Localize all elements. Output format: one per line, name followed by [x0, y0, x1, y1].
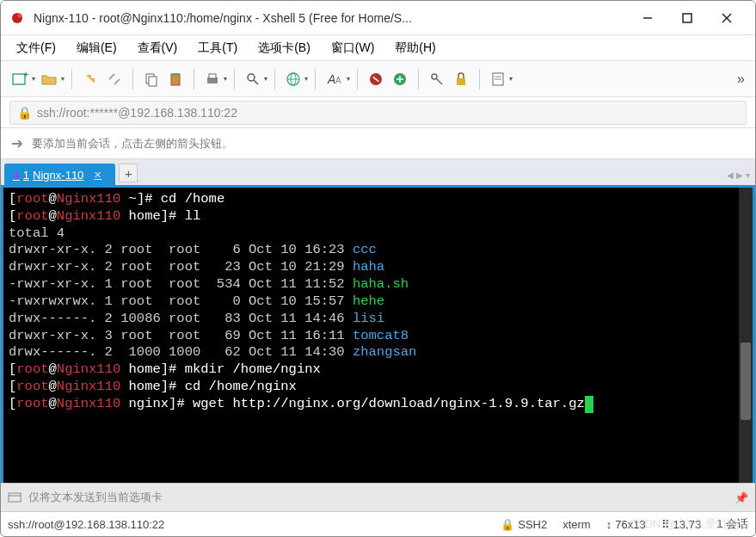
svg-rect-9 — [149, 77, 157, 86]
ssh-lock-icon: 🔒 — [501, 518, 514, 531]
svg-text:+: + — [23, 71, 28, 79]
tab-index: 1 — [23, 169, 29, 182]
open-session-icon[interactable] — [37, 67, 61, 91]
menu-edit[interactable]: 编辑(E) — [68, 37, 126, 59]
key-icon[interactable] — [426, 68, 448, 90]
svg-text:A: A — [327, 72, 335, 86]
svg-rect-25 — [457, 78, 465, 85]
tab-close-icon[interactable]: ✕ — [92, 170, 103, 181]
status-ssh: 🔒SSH2 — [501, 518, 547, 531]
status-bar: ssh://root@192.168.138.110:22 🔒SSH2 xter… — [1, 512, 755, 536]
send-target-icon[interactable] — [8, 491, 22, 504]
send-placeholder[interactable]: 仅将文本发送到当前选项卡 — [28, 490, 728, 505]
terminal-view[interactable]: [root@Nginx110 ~]# cd /home[root@Nginx11… — [1, 185, 755, 483]
svg-rect-29 — [9, 493, 21, 502]
lock-small-icon: 🔒 — [17, 106, 32, 120]
tab-list-icon[interactable]: ▾ — [746, 170, 750, 180]
address-bar: 🔒 ssh://root:******@192.168.138.110:22 — [1, 97, 755, 128]
cursor-pos-icon: ⠿ — [661, 518, 670, 531]
svg-text:A: A — [335, 76, 341, 85]
hint-bar: 要添加当前会话，点击左侧的箭头按钮。 — [1, 128, 755, 159]
menu-tools[interactable]: 工具(T) — [189, 37, 246, 59]
menu-help[interactable]: 帮助(H) — [386, 37, 444, 59]
menubar: 文件(F) 编辑(E) 查看(V) 工具(T) 选项卡(B) 窗口(W) 帮助(… — [1, 35, 755, 61]
xftp-icon[interactable] — [389, 68, 411, 90]
disconnect-icon[interactable] — [103, 68, 126, 90]
svg-point-14 — [248, 74, 255, 81]
properties-icon[interactable] — [487, 68, 509, 90]
toolbar: +▾ ▾ ▾ ▾ ▾ AA▾ ▾ » — [1, 61, 755, 97]
tab-dot-icon: ● — [13, 169, 20, 182]
titlebar: Nignx-110 - root@Nginx110:/home/nginx - … — [1, 1, 755, 35]
menu-view[interactable]: 查看(V) — [129, 37, 187, 59]
tab-nav-controls: ◀ ▶ ▾ — [727, 170, 750, 180]
address-text: ssh://root:******@192.168.138.110:22 — [37, 106, 237, 120]
tab-prev-icon[interactable]: ◀ — [727, 170, 734, 180]
menu-file[interactable]: 文件(F) — [8, 37, 65, 59]
tab-strip: ● 1 Nignx-110 ✕ + ◀ ▶ ▾ — [1, 159, 755, 185]
globe-icon[interactable] — [282, 68, 304, 90]
svg-rect-11 — [173, 73, 178, 76]
tab-label: Nignx-110 — [33, 169, 83, 182]
maximize-button[interactable] — [667, 4, 707, 32]
add-tab-button[interactable]: + — [119, 164, 138, 182]
svg-rect-13 — [209, 74, 216, 78]
menu-tabs[interactable]: 选项卡(B) — [249, 37, 319, 59]
app-logo-icon — [9, 10, 25, 26]
print-icon[interactable] — [201, 68, 224, 90]
status-size: ↕76x13 — [606, 518, 646, 531]
svg-point-1 — [18, 13, 22, 17]
status-pos: ⠿13,73 — [661, 518, 702, 531]
hint-text: 要添加当前会话，点击左侧的箭头按钮。 — [32, 136, 233, 151]
status-sessions: 1 会话 — [716, 516, 748, 532]
overflow-icon[interactable]: » — [734, 68, 748, 90]
copy-icon[interactable] — [140, 68, 163, 90]
xshell-icon[interactable] — [365, 68, 387, 90]
rows-icon: ↕ — [606, 518, 612, 531]
send-bar: 仅将文本发送到当前选项卡 📌 — [1, 483, 755, 512]
tab-session-1[interactable]: ● 1 Nignx-110 ✕ — [4, 164, 115, 185]
svg-rect-3 — [683, 14, 691, 22]
close-button[interactable] — [707, 4, 747, 32]
terminal-scrollbar[interactable] — [739, 188, 753, 483]
menu-window[interactable]: 窗口(W) — [323, 37, 384, 59]
new-session-icon[interactable]: + — [8, 67, 32, 91]
find-icon[interactable] — [242, 68, 264, 90]
window-title: Nignx-110 - root@Nginx110:/home/nginx - … — [34, 11, 628, 25]
lock-icon[interactable] — [450, 68, 472, 90]
reconnect-icon[interactable] — [79, 68, 101, 90]
minimize-button[interactable] — [628, 4, 667, 32]
status-term: xterm — [562, 518, 591, 531]
font-icon[interactable]: AA — [323, 68, 347, 90]
scrollbar-thumb[interactable] — [741, 343, 751, 420]
tab-next-icon[interactable]: ▶ — [736, 170, 743, 180]
svg-line-15 — [254, 80, 258, 84]
arrow-hint-icon[interactable] — [9, 136, 25, 151]
send-pin-icon[interactable]: 📌 — [734, 491, 748, 504]
svg-line-24 — [436, 78, 442, 84]
paste-icon[interactable] — [164, 68, 187, 90]
address-input[interactable]: 🔒 ssh://root:******@192.168.138.110:22 — [9, 101, 747, 125]
status-connection: ssh://root@192.168.138.110:22 — [8, 518, 164, 531]
